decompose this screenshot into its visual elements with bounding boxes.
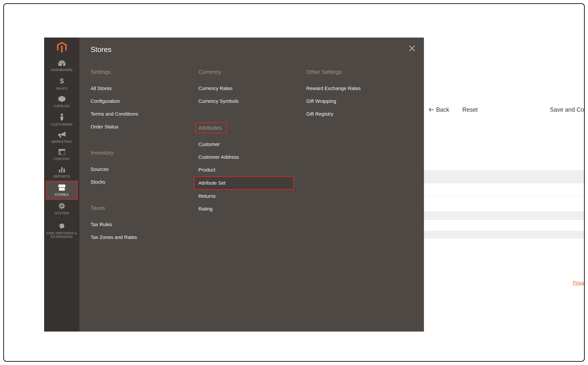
app-area: DASHBOARD $ SALES CATALOG CUSTOMERS MARK… <box>44 38 584 331</box>
magento-logo[interactable] <box>44 38 79 57</box>
dollar-icon: $ <box>59 77 64 86</box>
menu-tax-zones[interactable]: Tax Zones and Rates <box>91 231 192 244</box>
layout-icon <box>59 149 65 156</box>
bars-icon <box>59 166 65 174</box>
puzzle-icon <box>59 223 65 230</box>
section-heading-attributes: Attributes <box>198 125 222 131</box>
menu-attr-rating[interactable]: Rating <box>198 203 300 215</box>
sidebar-item-partners[interactable]: FIND PARTNERS & EXTENSIONS <box>44 220 79 241</box>
content-band <box>424 231 584 239</box>
svg-rect-3 <box>59 149 65 151</box>
svg-text:$: $ <box>60 77 64 84</box>
sidebar-item-stores[interactable]: STORES <box>46 182 77 199</box>
menu-attr-customer-address[interactable]: Customer Address <box>198 151 300 163</box>
sidebar-label: STORES <box>55 193 69 197</box>
section-heading-other: Other Settings <box>306 69 408 75</box>
menu-gift-wrapping[interactable]: Gift Wrapping <box>306 95 408 108</box>
sidebar-label: CUSTOMERS <box>51 123 73 126</box>
menu-configuration[interactable]: Configuration <box>91 95 192 108</box>
megaphone-icon <box>58 132 65 139</box>
menu-sources[interactable]: Sources <box>91 163 192 175</box>
menu-reward-rates[interactable]: Reward Exchange Rates <box>306 82 408 95</box>
section-heading-currency: Currency <box>198 69 300 75</box>
privacy-link[interactable]: Priva <box>573 280 584 286</box>
sidebar-item-customers[interactable]: CUSTOMERS <box>44 110 79 129</box>
sidebar-item-system[interactable]: SYSTEM <box>44 200 79 218</box>
section-heading-taxes: Taxes <box>91 205 192 211</box>
stores-flyout: Stores Settings All Stores Configuration… <box>79 38 424 331</box>
close-button[interactable] <box>408 44 416 52</box>
menu-terms[interactable]: Terms and Conditions <box>91 108 192 120</box>
flyout-col-3: Other Settings Reward Exchange Rates Gif… <box>306 69 414 331</box>
menu-attr-customer[interactable]: Customer <box>198 138 300 151</box>
gauge-icon <box>58 60 65 67</box>
browser-frame: DASHBOARD $ SALES CATALOG CUSTOMERS MARK… <box>3 3 585 362</box>
sidebar-label: MARKETING <box>52 140 72 143</box>
sidebar-item-catalog[interactable]: CATALOG <box>44 93 79 110</box>
person-icon <box>60 113 64 122</box>
menu-stocks[interactable]: Stocks <box>91 175 192 188</box>
menu-currency-symbols[interactable]: Currency Symbols <box>198 95 300 108</box>
back-button[interactable]: Back <box>429 106 449 113</box>
svg-rect-7 <box>64 168 65 173</box>
flyout-col-2: Currency Currency Rates Currency Symbols… <box>198 69 306 331</box>
sidebar-item-reports[interactable]: REPORTS <box>44 163 79 181</box>
menu-attr-returns[interactable]: Returns <box>198 190 300 203</box>
reset-button[interactable]: Reset <box>462 106 478 113</box>
content-band <box>424 211 584 220</box>
menu-all-stores[interactable]: All Stores <box>91 82 192 95</box>
gear-icon <box>59 203 65 210</box>
section-heading-inventory: Inventory <box>91 149 192 156</box>
content-band <box>424 170 584 183</box>
back-label: Back <box>436 106 449 113</box>
sidebar-label: SALES <box>56 87 67 90</box>
sidebar-item-dashboard[interactable]: DASHBOARD <box>44 57 79 74</box>
menu-gift-registry[interactable]: Gift Registry <box>306 108 408 120</box>
main-content: Back Reset Save and Co Save and Co Priva <box>424 38 584 331</box>
svg-rect-6 <box>61 167 63 173</box>
section-heading-settings: Settings <box>91 69 192 75</box>
sidebar-label: DASHBOARD <box>51 68 72 72</box>
admin-sidebar: DASHBOARD $ SALES CATALOG CUSTOMERS MARK… <box>44 38 79 331</box>
menu-attr-attribute-set[interactable]: Attribute Set <box>194 176 294 190</box>
sidebar-item-content[interactable]: CONTENT <box>44 146 79 163</box>
menu-order-status[interactable]: Order Status <box>91 120 192 133</box>
flyout-col-1: Settings All Stores Configuration Terms … <box>91 69 198 331</box>
sidebar-item-sales[interactable]: $ SALES <box>44 74 79 93</box>
menu-attr-product[interactable]: Product <box>198 163 300 176</box>
save-button-partial[interactable]: Save and Co <box>550 106 584 113</box>
sidebar-label: CONTENT <box>53 157 70 161</box>
flyout-title: Stores <box>91 45 111 54</box>
sidebar-label: REPORTS <box>54 175 70 178</box>
store-icon <box>58 184 65 192</box>
sidebar-label: SYSTEM <box>55 211 69 215</box>
menu-currency-rates[interactable]: Currency Rates <box>198 82 300 95</box>
sidebar-label: CATALOG <box>54 104 70 108</box>
svg-rect-5 <box>59 169 60 173</box>
action-bar: Back Reset Save and Co Save and Co <box>424 101 584 118</box>
sidebar-label: FIND PARTNERS & EXTENSIONS <box>45 231 79 239</box>
sidebar-item-marketing[interactable]: MARKETING <box>44 129 79 146</box>
menu-tax-rules[interactable]: Tax Rules <box>91 218 192 231</box>
nav-divider <box>47 218 76 219</box>
svg-point-1 <box>61 113 63 116</box>
highlight-attributes-heading: Attributes <box>195 122 227 133</box>
svg-rect-4 <box>59 151 61 155</box>
box-icon <box>58 96 65 103</box>
